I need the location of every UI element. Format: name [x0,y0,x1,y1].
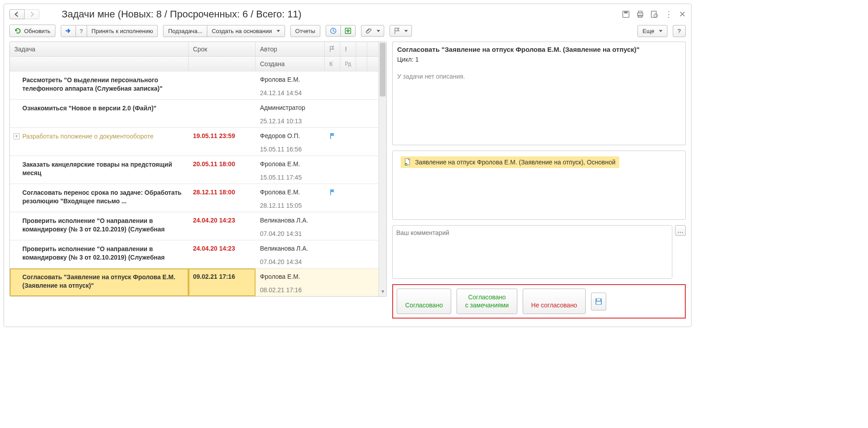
table-row[interactable]: Проверить исполнение "О направлении в ко… [10,212,386,240]
flag-cell [325,100,340,127]
scrollbar[interactable]: ▾ [378,42,386,296]
flag-icon [329,132,336,139]
approve-button[interactable]: Согласовано [397,289,451,314]
print-icon[interactable] [636,10,644,18]
deadline-cell: 28.12.11 18:00 [189,184,256,212]
task-cell: Заказать канцелярские товары на предстоя… [10,156,189,184]
accept-label: Принять к исполнению [92,28,153,34]
task-cell: Проверить исполнение "О направлении в ко… [10,240,189,268]
column-created[interactable]: Создана [256,57,325,71]
important-cell [340,184,356,212]
question-task-button[interactable]: ? [75,25,87,37]
column-blank2 [367,42,378,56]
close-icon[interactable]: ✕ [679,9,686,19]
column-important[interactable]: ! [340,42,356,56]
save-button[interactable] [591,293,606,311]
reject-button[interactable]: Не согласовано [523,289,586,314]
detail-description: У задачи нет описания. [392,69,686,145]
important-cell [340,240,356,268]
more-label: Еще [642,28,654,34]
created-date: 15.05.11 17:45 [260,174,320,181]
attachment-label: Заявление на отпуск Фролова Е.М. (Заявле… [415,159,616,166]
task-cell: Рассмотреть "О выделении персонального т… [10,71,189,99]
subtask-group: Подзадача... Создать на основании [163,25,285,37]
task-title: Проверить исполнение "О направлении в ко… [22,245,165,261]
create-based-button[interactable]: Создать на основании [207,25,285,37]
created-date: 25.12.14 10:13 [260,117,320,125]
chevron-down-icon [659,30,663,32]
chevron-down-icon [404,30,408,32]
scroll-down-icon[interactable]: ▾ [380,288,386,295]
reports-button[interactable]: Отчеты [290,25,320,37]
created-date: 07.04.20 14:34 [260,258,320,265]
column-rd[interactable]: Рд [340,57,356,71]
create-based-label: Создать на основании [212,28,272,34]
svg-rect-13 [596,302,601,304]
flag-cell [325,156,340,184]
task-table: Задача Срок Автор ! Создана [9,42,387,297]
table-row[interactable]: +Разработать положение о документооборот… [10,127,386,155]
reports-label: Отчеты [295,28,315,34]
flag-button[interactable] [390,25,412,37]
expand-icon[interactable]: + [13,133,20,139]
arrow-blue-icon [65,28,72,34]
author-cell: Фролова Е.М.15.05.11 17:45 [256,156,325,184]
more-button[interactable]: Еще [637,25,667,37]
detail-title: Согласовать "Заявление на отпуск Фролова… [397,46,681,53]
preview-icon[interactable] [650,10,658,18]
column-deadline[interactable]: Срок [189,42,256,56]
svg-rect-12 [597,299,600,301]
attach-button[interactable] [361,25,384,37]
column-task[interactable]: Задача [10,42,189,56]
icon-group-1 [326,25,356,37]
author-cell: Великанова Л.А.07.04.20 14:31 [256,212,325,240]
detail-box: Согласовать "Заявление на отпуск Фролова… [392,42,686,145]
table-header-row-2: Создана К Рд [10,56,386,71]
menu-dots-icon[interactable]: ⋮ [665,9,673,19]
refresh-button[interactable]: Обновить [9,25,55,37]
back-button[interactable] [9,9,25,19]
table-row[interactable]: Согласовать перенос срока по задаче: Обр… [10,184,386,212]
help-button[interactable]: ? [673,25,686,37]
deadline-cell: 20.05.11 18:00 [189,156,256,184]
nav-buttons [9,9,39,19]
table-row[interactable]: Согласовать "Заявление на отпуск Фролова… [10,268,386,296]
scrollbar-thumb[interactable] [380,43,386,97]
author-name: Фролова Е.М. [260,273,320,280]
comment-more-button[interactable]: … [675,225,686,236]
svg-rect-1 [624,12,628,13]
refresh-label: Обновить [24,28,50,34]
table-row[interactable]: Ознакомиться "Новое в версии 2.0 (Файл)"… [10,99,386,127]
svg-rect-3 [638,11,642,13]
page-title: Задачи мне (Новых: 8 / Просроченных: 6 /… [62,8,622,20]
task-title: Рассмотреть "О выделении персонального т… [22,76,163,92]
created-date: 28.12.11 15:05 [260,202,320,209]
deadline-cell [189,100,256,127]
flag-cell [325,212,340,240]
forward-button[interactable] [24,9,39,19]
time-button[interactable] [326,25,341,37]
flag-cell [325,71,340,99]
column-flag[interactable] [325,42,340,56]
deadline-cell: 09.02.21 17:16 [189,269,256,296]
detail-cycle: Цикл: 1 [397,56,681,63]
comment-wrap: … [392,225,686,279]
author-cell: Администратор25.12.14 10:13 [256,100,325,127]
important-cell [340,269,356,296]
start-task-button[interactable] [61,25,76,37]
accept-button[interactable]: Принять к исполнению [87,25,158,37]
subtask-button[interactable]: Подзадача... [163,25,207,37]
column-k[interactable]: К [325,57,340,71]
attachment-item[interactable]: Заявление на отпуск Фролова Е.М. (Заявле… [401,156,619,168]
save-icon[interactable] [622,10,630,18]
column-sub-deadline [189,57,256,71]
table-row[interactable]: Проверить исполнение "О направлении в ко… [10,240,386,268]
paperclip-icon [365,27,372,34]
add-green-button[interactable] [340,25,356,37]
comment-input[interactable] [392,225,672,279]
table-row[interactable]: Рассмотреть "О выделении персонального т… [10,71,386,99]
flag-cell [325,269,340,296]
table-row[interactable]: Заказать канцелярские товары на предстоя… [10,155,386,184]
column-author[interactable]: Автор [256,42,325,56]
approve-with-notes-button[interactable]: Согласовано с замечаниями [457,289,517,314]
